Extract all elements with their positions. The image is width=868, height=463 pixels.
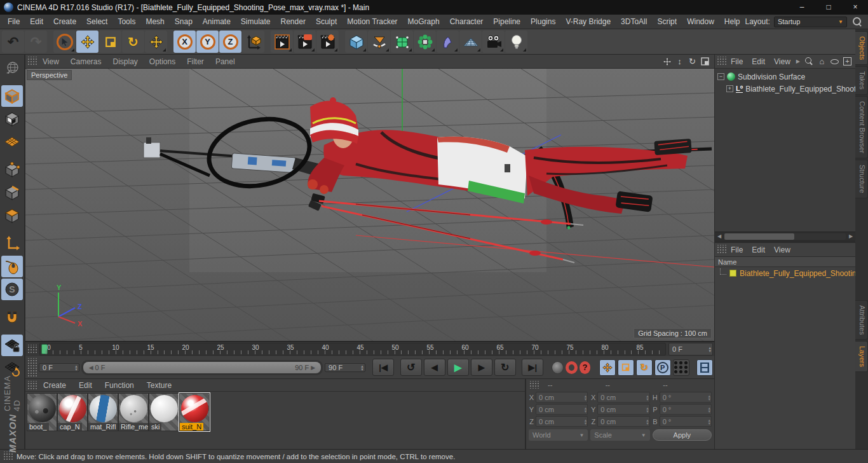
- preview-range-slider[interactable]: ◀ 0 F 90 F ▶: [83, 362, 321, 373]
- camera-button[interactable]: [482, 31, 505, 53]
- range-left-arrow-icon[interactable]: ◀: [87, 364, 95, 371]
- menu-vray-bridge[interactable]: V-Ray Bridge: [560, 17, 616, 26]
- lm-menu-file[interactable]: File: [726, 245, 747, 254]
- make-editable-button[interactable]: [1, 57, 23, 79]
- tab-layers[interactable]: Layers: [855, 341, 868, 372]
- panel-grip[interactable]: [716, 57, 726, 66]
- close-button[interactable]: ×: [844, 0, 867, 15]
- snap-button[interactable]: [1, 307, 23, 328]
- menu-motion-tracker[interactable]: Motion Tracker: [342, 17, 402, 26]
- material-menu-edit[interactable]: Edit: [72, 381, 98, 390]
- viewport-menu-filter[interactable]: Filter: [181, 57, 210, 66]
- menu-simulate[interactable]: Simulate: [236, 17, 276, 26]
- model-mode-button[interactable]: [1, 85, 23, 107]
- panel-grip[interactable]: [27, 358, 37, 377]
- rotate-view-icon[interactable]: ↻: [687, 56, 698, 67]
- panel-grip[interactable]: [27, 57, 37, 66]
- add-primitive-cube-button[interactable]: [345, 31, 367, 53]
- panel-grip[interactable]: [716, 245, 726, 254]
- edges-mode-button[interactable]: [1, 182, 23, 204]
- render-settings-button[interactable]: [316, 31, 339, 53]
- spin-down-icon[interactable]: ▾: [709, 349, 711, 352]
- viewport-menu-options[interactable]: Options: [144, 57, 181, 66]
- pan-view-icon[interactable]: [661, 56, 672, 67]
- workplane-mode-button[interactable]: [1, 131, 23, 153]
- range-start-spinner[interactable]: 0 F ▴▾: [39, 363, 79, 372]
- apply-button[interactable]: Apply: [653, 429, 712, 441]
- menu-tools[interactable]: Tools: [112, 17, 140, 26]
- spin-down-icon[interactable]: ▾: [646, 422, 649, 425]
- key-parameter-toggle[interactable]: P: [654, 359, 671, 376]
- spin-down-icon[interactable]: ▾: [585, 410, 587, 413]
- zoom-view-icon[interactable]: ↕: [674, 56, 685, 67]
- add-object-icon[interactable]: +: [843, 57, 852, 66]
- go-to-start-button[interactable]: |◀: [372, 359, 394, 376]
- previous-frame-button[interactable]: ◀: [424, 359, 445, 376]
- material-menu-create[interactable]: Create: [37, 381, 72, 390]
- lm-menu-view[interactable]: View: [770, 245, 795, 254]
- scrollbar-thumb[interactable]: [724, 233, 794, 240]
- next-frame-button[interactable]: ▶: [471, 359, 492, 376]
- pos-z-field[interactable]: 0 cm▴▾: [536, 416, 588, 427]
- viewport-menu-view[interactable]: View: [37, 57, 65, 66]
- om-menu-edit[interactable]: Edit: [747, 57, 770, 66]
- range-right-arrow-icon[interactable]: ▶: [309, 364, 317, 371]
- spin-down-icon[interactable]: ▾: [75, 368, 78, 371]
- layer-row[interactable]: Biathlete_Fully_Equipped_Shootin: [715, 267, 855, 279]
- redo-button[interactable]: ↷: [25, 31, 47, 53]
- mograph-cloner-button[interactable]: [414, 31, 436, 53]
- scale-tool-button[interactable]: [99, 31, 121, 53]
- tab-structure[interactable]: Structure: [855, 160, 868, 198]
- tab-attributes[interactable]: Attributes: [855, 300, 868, 340]
- coordinate-system-button[interactable]: [242, 31, 264, 53]
- tree-row[interactable]: + L⁰ Biathlete_Fully_Equipped_Shooti: [715, 83, 855, 95]
- object-label[interactable]: Subdivision Surface: [738, 73, 805, 81]
- menu-script[interactable]: Script: [652, 17, 682, 26]
- render-view-button[interactable]: [271, 31, 293, 53]
- material-menu-function[interactable]: Function: [98, 381, 140, 390]
- range-end-spinner[interactable]: 90 F ▴▾: [325, 363, 365, 372]
- workplane-lock-button[interactable]: [1, 335, 23, 356]
- search-icon[interactable]: [852, 17, 862, 27]
- viewport-solo-button[interactable]: S: [1, 279, 23, 300]
- maximize-button[interactable]: □: [817, 0, 840, 15]
- toggle-panel-icon[interactable]: [700, 56, 710, 67]
- record-keyframe-button[interactable]: [552, 361, 563, 374]
- viewport-menu-display[interactable]: Display: [107, 57, 143, 66]
- menu-render[interactable]: Render: [276, 17, 311, 26]
- tweak-mode-button[interactable]: [1, 256, 23, 277]
- spline-pen-button[interactable]: [368, 31, 390, 53]
- key-position-toggle[interactable]: [599, 359, 616, 376]
- spin-down-icon[interactable]: ▾: [646, 410, 649, 413]
- spin-down-icon[interactable]: ▾: [646, 397, 649, 401]
- menu-help[interactable]: Help: [719, 17, 745, 26]
- keyframe-help-button[interactable]: ?: [580, 361, 591, 374]
- y-axis-lock-button[interactable]: Y: [196, 31, 219, 53]
- tab-takes[interactable]: Takes: [855, 66, 868, 95]
- size-y-field[interactable]: 0 cm▴▾: [597, 404, 649, 415]
- viewport-menu-cameras[interactable]: Cameras: [65, 57, 107, 66]
- viewport-menu-panel[interactable]: Panel: [210, 57, 241, 66]
- layer-color-swatch[interactable]: [729, 270, 736, 277]
- menu-3dtoall[interactable]: 3DToAll: [616, 17, 652, 26]
- timeline-window-button[interactable]: [696, 359, 713, 376]
- spin-down-icon[interactable]: ▾: [585, 397, 587, 401]
- material-menu-texture[interactable]: Texture: [140, 381, 178, 390]
- scrollbar-track[interactable]: [724, 233, 846, 240]
- enable-axis-button[interactable]: [1, 233, 23, 254]
- spin-down-icon[interactable]: ▾: [361, 368, 363, 371]
- spin-down-icon[interactable]: ▾: [708, 422, 710, 425]
- rot-h-field[interactable]: 0 °▴▾: [660, 392, 712, 403]
- menu-select[interactable]: Select: [81, 17, 112, 26]
- menu-animate[interactable]: Animate: [198, 17, 236, 26]
- floor-button[interactable]: [459, 31, 482, 53]
- menu-edit[interactable]: Edit: [25, 17, 48, 26]
- menu-snap[interactable]: Snap: [170, 17, 198, 26]
- previous-key-button[interactable]: ↺: [400, 359, 422, 376]
- menu-create[interactable]: Create: [48, 17, 81, 26]
- material-thumbnail[interactable]: Rifle_me: [118, 393, 149, 431]
- menu-sculpt[interactable]: Sculpt: [311, 17, 342, 26]
- render-to-picture-viewer-button[interactable]: [294, 31, 316, 53]
- next-key-button[interactable]: ↻: [494, 359, 516, 376]
- menu-character[interactable]: Character: [445, 17, 489, 26]
